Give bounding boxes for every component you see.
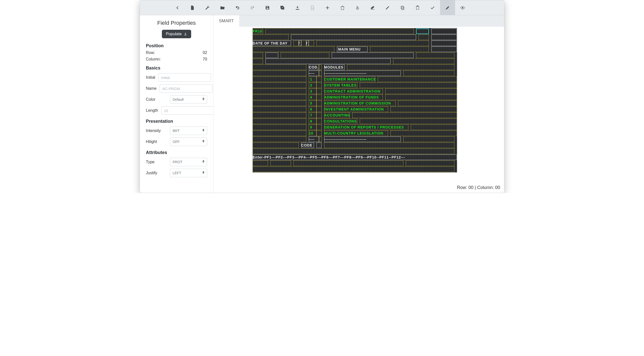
type-label: Type bbox=[146, 160, 167, 164]
status-bar: Row: 00 | Column: 00 bbox=[457, 185, 500, 190]
attributes-heading: Attributes bbox=[146, 150, 207, 155]
tab-bar: SMART bbox=[213, 15, 504, 27]
panel-title: Field Properties bbox=[146, 20, 207, 26]
svg-point-8 bbox=[462, 7, 463, 8]
redo-button[interactable] bbox=[245, 0, 260, 15]
length-input[interactable] bbox=[161, 106, 213, 115]
svg-text:PDF: PDF bbox=[312, 8, 314, 9]
tab-smart[interactable]: SMART bbox=[213, 15, 239, 27]
basics-heading: Basics bbox=[146, 66, 207, 71]
name-label: Name bbox=[146, 86, 157, 91]
initial-label: Initial bbox=[146, 75, 155, 80]
intensity-label: Intensity bbox=[146, 128, 167, 133]
svg-rect-7 bbox=[417, 6, 418, 6]
intensity-select[interactable]: BRT bbox=[170, 126, 207, 135]
toolbar: PDF bbox=[140, 0, 504, 15]
paste-button[interactable] bbox=[410, 0, 425, 15]
svg-rect-0 bbox=[266, 6, 268, 7]
color-select[interactable]: Default bbox=[170, 95, 207, 104]
pointer-button[interactable] bbox=[350, 0, 365, 15]
new-file-button[interactable] bbox=[185, 0, 200, 15]
svg-rect-5 bbox=[401, 6, 403, 9]
edit-button[interactable] bbox=[440, 0, 455, 15]
save-button[interactable] bbox=[260, 0, 275, 15]
hilight-label: Hilight bbox=[146, 140, 167, 144]
svg-rect-1 bbox=[266, 8, 268, 9]
canvas: FR10DATE OF THE DAY// MAIN MENU COD.MODU… bbox=[213, 27, 504, 193]
column-value: 70 bbox=[203, 57, 207, 62]
save-all-button[interactable] bbox=[275, 0, 290, 15]
pdf-button[interactable]: PDF bbox=[305, 0, 320, 15]
color-label: Color bbox=[146, 97, 167, 102]
undo-button[interactable] bbox=[230, 0, 245, 15]
initial-input[interactable] bbox=[158, 73, 211, 82]
field-properties-panel: Field Properties Populate Position Row:0… bbox=[140, 15, 213, 193]
eraser-button[interactable] bbox=[365, 0, 380, 15]
hilight-select[interactable]: OFF bbox=[170, 138, 207, 146]
svg-rect-4 bbox=[402, 7, 404, 10]
terminal-map[interactable]: FR10DATE OF THE DAY// MAIN MENU COD.MODU… bbox=[252, 28, 457, 172]
brush-button[interactable] bbox=[380, 0, 395, 15]
app-window: PDF Field Properties Populate Position R… bbox=[140, 0, 504, 193]
copy-button[interactable] bbox=[395, 0, 410, 15]
row-value: 02 bbox=[203, 50, 207, 55]
back-button[interactable] bbox=[170, 0, 185, 15]
type-select[interactable]: PROT bbox=[170, 158, 207, 166]
justify-label: Justify bbox=[146, 171, 167, 175]
row-label: Row: bbox=[146, 50, 155, 55]
tools-button[interactable] bbox=[200, 0, 215, 15]
presentation-heading: Presentation bbox=[146, 119, 207, 124]
download-button[interactable] bbox=[290, 0, 305, 15]
svg-rect-2 bbox=[282, 7, 283, 8]
length-label: Length bbox=[146, 108, 158, 113]
check-button[interactable] bbox=[425, 0, 440, 15]
open-folder-button[interactable] bbox=[215, 0, 230, 15]
position-heading: Position bbox=[146, 43, 207, 48]
justify-select[interactable]: LEFT bbox=[170, 169, 207, 177]
name-input[interactable] bbox=[160, 84, 213, 93]
populate-button[interactable]: Populate bbox=[162, 30, 191, 38]
delete-button[interactable] bbox=[335, 0, 350, 15]
add-button[interactable] bbox=[320, 0, 335, 15]
main-area: SMART FR10DATE OF THE DAY// MAIN MENU CO… bbox=[213, 15, 504, 193]
preview-button[interactable] bbox=[455, 0, 470, 15]
column-label: Column: bbox=[146, 57, 161, 62]
